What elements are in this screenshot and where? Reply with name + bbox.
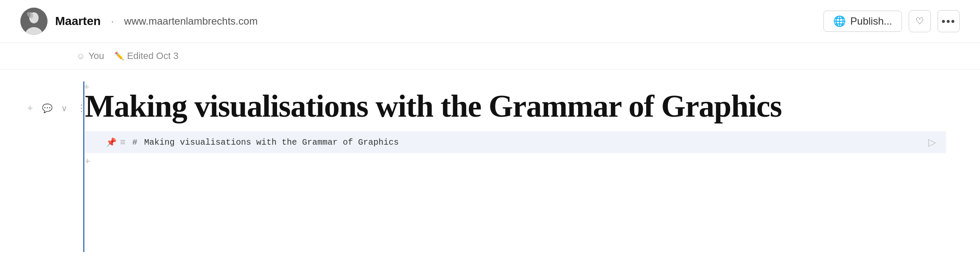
header: Maarten · www.maartenlambrechts.com 🌐 Pu… [0,0,980,43]
pin-icon: 📌 [106,137,117,147]
source-line-icons: 📌 ≡ [85,137,132,148]
chevron-down-icon: ∨ [61,103,67,113]
plus-icon: + [28,103,33,114]
publish-button[interactable]: 🌐 Publish... [823,11,902,32]
add-block-above-button[interactable]: + [84,81,90,92]
avatar[interactable] [20,8,48,35]
dot-separator: · [111,15,114,28]
header-right: 🌐 Publish... ♡ ••• [823,10,960,32]
publish-label: Publish... [850,15,892,27]
drag-icon: ⋮ [77,103,85,114]
more-icon: ••• [941,15,955,28]
editor-area: + + 💬 ∨ ⋮ Making visualisations with the… [0,70,980,252]
pencil-icon: ✏️ [115,51,124,61]
source-input[interactable] [139,137,921,147]
source-arrow-icon[interactable]: ▷ [921,136,936,148]
heart-button[interactable]: ♡ [909,10,931,32]
block-toolbar: + 💬 ∨ ⋮ [22,100,89,116]
page-title[interactable]: Making visualisations with the Grammar o… [85,88,946,124]
author-meta: ☺ You [76,50,104,62]
more-button[interactable]: ••• [938,10,960,32]
edited-label: Edited Oct 3 [127,50,179,62]
list-icon: ≡ [120,137,126,148]
add-block-below-button[interactable]: + [85,156,98,167]
comment-icon: 💬 [42,103,53,113]
globe-icon: 🌐 [833,15,846,27]
add-inline-button[interactable]: + [22,100,38,116]
collapse-button[interactable]: ∨ [56,100,72,116]
edited-meta: ✏️ Edited Oct 3 [115,50,179,62]
you-label: You [88,50,104,62]
author-name: Maarten [55,14,101,28]
author-url[interactable]: www.maartenlambrechts.com [124,15,258,27]
drag-handle[interactable]: ⋮ [73,100,89,116]
comment-button[interactable]: 💬 [39,100,55,116]
source-prefix: # [132,137,139,147]
title-block: Making visualisations with the Grammar o… [85,83,946,124]
meta-bar: ☺ You ✏️ Edited Oct 3 [0,43,980,70]
person-icon: ☺ [76,51,85,61]
source-line: 📌 ≡ # ▷ [85,131,946,153]
heart-icon: ♡ [916,16,924,27]
header-left: Maarten · www.maartenlambrechts.com [20,8,258,35]
